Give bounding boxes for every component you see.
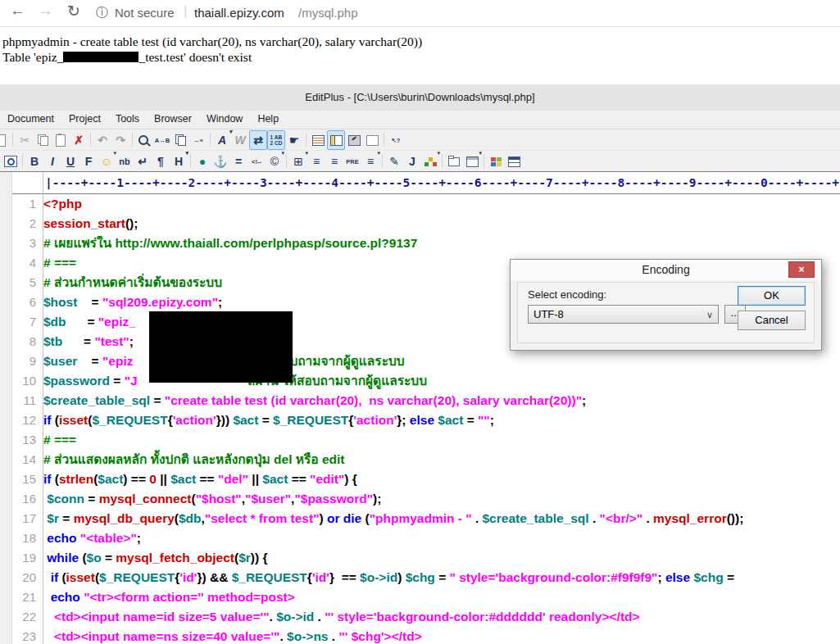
italic-icon[interactable]: I bbox=[43, 152, 61, 171]
code-line-15[interactable]: 15if (strlen($act) == 0 || $act == "del"… bbox=[0, 469, 840, 489]
url-path[interactable]: /mysql.php bbox=[298, 6, 358, 20]
toolbar-separator bbox=[90, 133, 91, 147]
toolbar-standard: ✂✗↶↷A→B→≡A▾W⇄1 AB2 CD☛↖? bbox=[0, 129, 840, 150]
toolbar-separator bbox=[384, 133, 384, 147]
find-icon[interactable] bbox=[135, 130, 153, 150]
document-list-icon[interactable] bbox=[309, 130, 327, 150]
goto-line-icon[interactable]: →≡ bbox=[189, 130, 207, 150]
delete-icon[interactable]: ✗ bbox=[70, 130, 88, 150]
object-tag-icon[interactable]: ▾ bbox=[421, 152, 439, 171]
toolbar-separator bbox=[210, 133, 211, 147]
watch-icon[interactable]: W bbox=[231, 130, 249, 150]
color-picker-icon[interactable]: ● bbox=[193, 152, 211, 171]
align-right-icon[interactable]: ≡ bbox=[325, 152, 343, 171]
refresh-icon[interactable]: ↻ bbox=[67, 2, 80, 20]
cancel-button[interactable]: Cancel bbox=[738, 311, 806, 330]
menu-browser[interactable]: Browser bbox=[147, 111, 199, 128]
code-line-20[interactable]: 20 if (isset($_REQUEST{'id'}) && $_REQUE… bbox=[0, 568, 840, 587]
output-window-icon[interactable] bbox=[345, 130, 363, 150]
redaction-box-db-name bbox=[63, 52, 138, 62]
font-face-icon[interactable]: F bbox=[79, 152, 98, 171]
non-breaking-space-icon[interactable]: nb bbox=[116, 152, 134, 171]
windows-explorer-icon[interactable] bbox=[487, 152, 505, 171]
code-line-23[interactable]: 23 <td><input name=ns size=40 value='". … bbox=[0, 627, 840, 644]
redo-icon[interactable]: ↷ bbox=[111, 130, 129, 150]
paragraph-icon[interactable]: ¶ bbox=[152, 152, 170, 171]
align-center-icon[interactable]: ≡ bbox=[307, 152, 325, 171]
line-break-icon[interactable]: ↵ bbox=[134, 152, 152, 171]
close-icon[interactable]: × bbox=[788, 261, 815, 278]
menu-tools[interactable]: Tools bbox=[108, 111, 147, 128]
paste-icon[interactable] bbox=[52, 130, 70, 150]
code-line-14[interactable]: 14# ส่วนแสดงผลหลัก ทั้งปกติ และหลังกดปุ่… bbox=[0, 450, 840, 469]
toolbar-separator bbox=[286, 154, 287, 168]
horizontal-rule-icon[interactable]: = bbox=[229, 152, 247, 171]
anchor-icon[interactable]: ⚓ bbox=[211, 152, 229, 171]
function-list-icon[interactable] bbox=[363, 130, 381, 150]
heading-icon[interactable]: H▾ bbox=[170, 152, 188, 171]
new-window-icon[interactable] bbox=[445, 152, 463, 171]
font-icon[interactable]: A▾ bbox=[213, 130, 231, 150]
window-title: EditPlus - [C:\Users\burin\Downloads\mys… bbox=[0, 84, 840, 111]
toolbar-html: BIUF☺▾nb↵¶H▾●⚓=<!--©▾⊞▾≡≡PRE≡▾✎J▾▾ bbox=[0, 150, 840, 171]
menu-help[interactable]: Help bbox=[250, 111, 286, 128]
stamp-tool-icon[interactable]: ☛ bbox=[285, 130, 303, 150]
copy-icon[interactable] bbox=[34, 130, 52, 150]
url-host[interactable]: thaiall.epizy.com bbox=[194, 6, 284, 20]
ok-button[interactable]: OK bbox=[738, 286, 806, 306]
script-tag-icon[interactable]: ✎ bbox=[385, 152, 403, 171]
menu-document[interactable]: Document bbox=[0, 111, 61, 128]
line-numbers-icon[interactable]: 1 AB2 CD bbox=[267, 130, 285, 150]
code-line-12[interactable]: 12if (isset($_REQUEST{'action'})) $act =… bbox=[0, 410, 840, 430]
encoding-dialog: Encoding × Select encoding: UTF-8 ∨ ... … bbox=[510, 259, 822, 351]
forward-icon[interactable]: → bbox=[38, 2, 53, 20]
code-line-19[interactable]: 19 while ($o = mysql_fetch_object($r)) { bbox=[0, 548, 840, 568]
back-icon[interactable]: ← bbox=[10, 2, 25, 20]
code-line-17[interactable]: 17 $r = mysql_db_query($db,"select * fro… bbox=[0, 509, 840, 528]
encoding-value: UTF-8 bbox=[534, 308, 564, 320]
not-secure-label[interactable]: Not secure bbox=[115, 6, 175, 20]
list-tag-icon[interactable]: ≡▾ bbox=[361, 152, 379, 171]
code-line-18[interactable]: 18 echo "<table>"; bbox=[0, 528, 840, 548]
undo-icon[interactable]: ↶ bbox=[93, 130, 111, 150]
comment-tag-icon[interactable]: <!-- bbox=[247, 152, 266, 171]
browser-preview-icon[interactable] bbox=[2, 152, 20, 171]
encoding-select[interactable]: UTF-8 ∨ bbox=[528, 305, 719, 324]
code-line-2[interactable]: 2session_start(); bbox=[0, 214, 840, 234]
toolbar-separator bbox=[22, 154, 23, 168]
context-help-icon[interactable]: ↖? bbox=[387, 130, 405, 150]
preformatted-icon[interactable]: PRE bbox=[343, 152, 361, 171]
new-document-icon[interactable] bbox=[0, 130, 10, 150]
find-in-files-icon[interactable] bbox=[171, 130, 189, 150]
redaction-box-credentials bbox=[149, 311, 293, 383]
toolbar-separator bbox=[190, 154, 191, 168]
screen: ← → ↻ ⓘ Not secure | thaiall.epizy.com /… bbox=[0, 0, 840, 644]
code-line-11[interactable]: 11$create_table_sql = "create table test… bbox=[0, 391, 840, 410]
menu-project[interactable]: Project bbox=[61, 111, 108, 128]
emoticon-icon[interactable]: ☺▾ bbox=[98, 152, 116, 171]
javascript-icon[interactable]: J bbox=[403, 152, 421, 171]
toolbar-separator bbox=[382, 154, 383, 168]
underline-icon[interactable]: U bbox=[61, 152, 79, 171]
code-line-9[interactable]: 9$user = "epizช้ ให้สอบถามจากผู้ดูแลระบบ bbox=[0, 351, 840, 371]
side-panel-icon[interactable] bbox=[327, 130, 345, 150]
code-line-3[interactable]: 3# เผยแพร่ใน http://www.thaiall.com/perl… bbox=[0, 234, 840, 253]
code-line-21[interactable]: 21 echo "<tr><form action='' method=post… bbox=[0, 587, 840, 607]
split-window-icon[interactable] bbox=[505, 152, 523, 171]
code-line-10[interactable]: 10$password = "Jสผ่าน ให้สอบถามจากผู้ดูแ… bbox=[0, 371, 840, 391]
toolbar-separator bbox=[12, 133, 13, 147]
replace-icon[interactable]: A→B bbox=[153, 130, 171, 150]
page-info-icon[interactable]: ⓘ bbox=[96, 5, 108, 20]
word-wrap-icon[interactable]: ⇄ bbox=[249, 130, 267, 150]
menu-window[interactable]: Window bbox=[199, 111, 250, 128]
code-line-1[interactable]: 1<?php bbox=[0, 194, 840, 214]
table-tag-icon[interactable]: ⊞▾ bbox=[289, 152, 307, 171]
code-line-22[interactable]: 22 <td><input name=id size=5 value='". $… bbox=[0, 607, 840, 627]
bold-icon[interactable]: B bbox=[25, 152, 43, 171]
code-line-16[interactable]: 16 $conn = mysql_connect("$host","$user"… bbox=[0, 489, 840, 509]
window-list-icon[interactable]: ▾ bbox=[463, 152, 481, 171]
cut-icon[interactable]: ✂ bbox=[16, 130, 34, 150]
special-character-icon[interactable]: ©▾ bbox=[266, 152, 284, 171]
code-line-13[interactable]: 13# === bbox=[0, 430, 840, 450]
toolbar-separator bbox=[442, 154, 443, 168]
